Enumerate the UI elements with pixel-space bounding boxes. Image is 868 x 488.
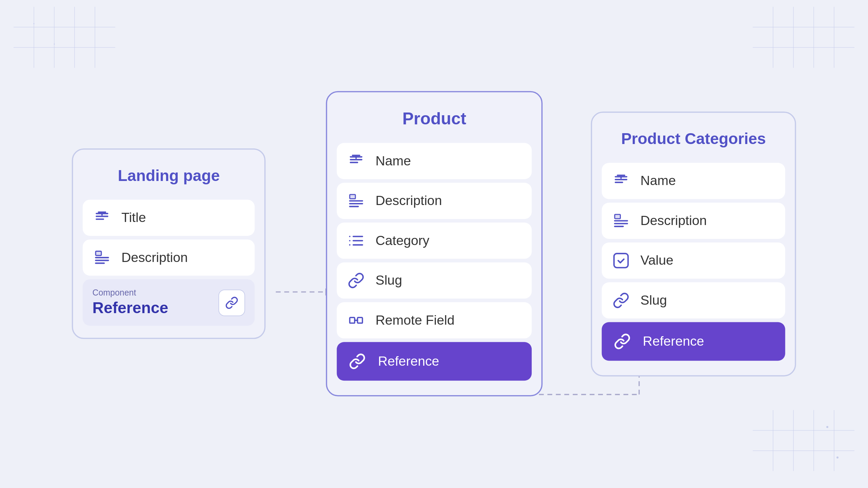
main-canvas: Landing page Title — [0, 0, 868, 488]
cat-reference-label: Reference — [643, 333, 704, 349]
product-category-label: Category — [376, 233, 430, 249]
product-remote-label: Remote Field — [376, 313, 455, 328]
product-card: Product Name — [326, 92, 543, 397]
landing-title-label: Title — [121, 210, 146, 226]
product-description-field: Description — [337, 183, 532, 219]
cat-description-icon — [611, 211, 631, 230]
landing-page-card: Landing page Title — [72, 149, 266, 339]
product-name-text-icon — [347, 152, 366, 171]
cat-value-label: Value — [640, 253, 673, 268]
cat-slug-field: Slug — [602, 282, 785, 319]
product-title: Product — [327, 93, 541, 143]
cat-slug-label: Slug — [640, 292, 667, 308]
svg-rect-34 — [350, 318, 355, 324]
landing-ref-big-label: Reference — [93, 299, 169, 318]
product-slug-link-icon — [347, 271, 366, 290]
landing-title-field: Title — [83, 200, 255, 236]
landing-page-title: Landing page — [73, 150, 264, 200]
landing-page-fields: Title Description Co — [73, 200, 264, 326]
cat-reference-link-icon — [611, 330, 633, 352]
product-categories-fields: Name Description — [592, 163, 795, 361]
landing-reference-field: Component Reference — [83, 280, 255, 326]
svg-rect-35 — [358, 318, 363, 324]
svg-rect-30 — [96, 251, 101, 256]
landing-description-field: Description — [83, 240, 255, 276]
product-reference-link-icon — [347, 351, 368, 372]
landing-ref-small-label: Component — [93, 288, 169, 298]
product-slug-field: Slug — [337, 263, 532, 299]
diagram-container: Landing page Title — [72, 63, 796, 425]
product-description-label: Description — [376, 193, 442, 209]
cat-description-field: Description — [602, 203, 785, 239]
landing-description-label: Description — [121, 250, 188, 266]
cat-name-label: Name — [640, 173, 676, 189]
product-fields: Name Description — [327, 143, 541, 381]
svg-rect-36 — [615, 215, 620, 219]
cat-value-icon — [611, 251, 631, 270]
product-categories-title: Product Categories — [592, 113, 795, 163]
product-name-field: Name — [337, 143, 532, 180]
product-remote-icon — [347, 311, 366, 330]
text-icon — [93, 208, 112, 228]
product-description-icon — [347, 191, 366, 211]
description-icon — [93, 248, 112, 267]
product-category-list-icon — [347, 231, 366, 251]
cat-name-text-icon — [611, 171, 631, 190]
svg-rect-38 — [614, 253, 628, 268]
product-name-label: Name — [376, 154, 411, 169]
cat-description-label: Description — [640, 213, 707, 228]
landing-ref-icon — [219, 289, 245, 316]
product-reference-field: Reference — [337, 342, 532, 381]
landing-ref-info: Component Reference — [93, 288, 169, 318]
product-remote-field: Remote Field — [337, 303, 532, 339]
cat-value-field: Value — [602, 243, 785, 279]
cat-name-field: Name — [602, 163, 785, 199]
cat-reference-field: Reference — [602, 322, 785, 361]
cat-slug-link-icon — [611, 291, 631, 310]
product-categories-card: Product Categories Name — [591, 111, 796, 376]
product-reference-label: Reference — [378, 354, 439, 369]
svg-rect-32 — [350, 195, 356, 199]
product-category-field: Category — [337, 223, 532, 259]
product-slug-label: Slug — [376, 273, 402, 288]
